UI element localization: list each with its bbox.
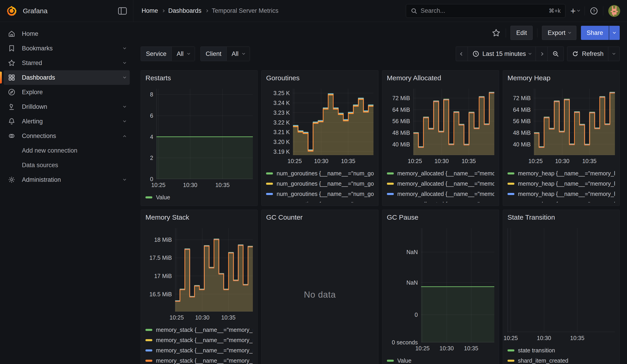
legend-item[interactable]: memory_allocated {__name__="memo — [387, 168, 494, 179]
refresh-button[interactable]: Refresh — [567, 47, 608, 61]
legend-label: memory_allocated {__name__="memo — [397, 201, 494, 203]
y-axis-labels: NaNNaN00 seconds — [387, 228, 421, 342]
chevron-down-icon[interactable] — [123, 46, 126, 49]
breadcrumb-home[interactable]: Home — [142, 7, 158, 14]
sidebar-item-drilldown[interactable]: Drilldown — [4, 100, 130, 114]
help-button[interactable]: ? — [590, 7, 598, 15]
legend-swatch — [387, 172, 394, 174]
export-button[interactable]: Export — [542, 26, 576, 40]
legend-item[interactable]: memory_heap {__name__="memory_h — [508, 199, 615, 203]
panel-title[interactable]: Goroutines — [266, 74, 373, 84]
panel-title[interactable]: Memory Heap — [508, 74, 615, 84]
legend-swatch — [146, 329, 152, 331]
panel-title[interactable]: Memory Stack — [146, 213, 253, 223]
chevron-down-icon[interactable] — [123, 119, 126, 122]
time-shift-forward-button[interactable] — [536, 47, 547, 61]
panel-memory-heap: Memory Heap72 MiB64 MiB56 MiB48 MiB40 Mi… — [503, 70, 620, 206]
legend-item[interactable]: memory_allocated {__name__="memo — [387, 189, 494, 199]
panel-title[interactable]: Restarts — [146, 74, 253, 84]
panel-title[interactable]: GC Counter — [266, 213, 373, 223]
chart-plot-area[interactable] — [421, 228, 494, 342]
chart-plot-area[interactable] — [293, 89, 373, 155]
chevron-down-icon[interactable] — [123, 75, 126, 78]
chevron-up-icon[interactable] — [123, 135, 126, 138]
sidebar-item-add-new-connection[interactable]: Add new connection — [4, 143, 130, 158]
sidebar-item-administration[interactable]: Administration — [4, 172, 130, 187]
sidebar-item-connections[interactable]: Connections — [4, 129, 130, 143]
edit-button[interactable]: Edit — [511, 26, 533, 40]
x-tick-label: 10:30 — [537, 335, 551, 341]
search-icon — [411, 7, 418, 14]
legend-item[interactable]: state transition — [508, 345, 615, 356]
share-button[interactable]: Share — [581, 26, 609, 40]
legend-item[interactable]: memory_stack {__name__="memory_s — [146, 325, 253, 335]
panel-restarts: Restarts8642010:2510:3010:35Value — [141, 70, 258, 206]
chart-plot-area[interactable] — [534, 89, 615, 155]
chart-plot-area[interactable] — [157, 89, 253, 179]
sidebar-item-starred[interactable]: Starred — [4, 56, 130, 70]
legend-item[interactable]: memory_heap {__name__="memory_h — [508, 168, 615, 179]
legend-label: num_goroutines {__name__="num_go — [277, 191, 373, 197]
legend-item[interactable]: Value — [387, 356, 494, 364]
chevron-down-icon[interactable] — [123, 178, 126, 181]
legend-item[interactable]: num_goroutines {__name__="num_go — [266, 199, 373, 203]
add-button[interactable]: + — [571, 6, 579, 15]
sidebar-item-explore[interactable]: Explore — [4, 85, 130, 100]
sidebar-item-bookmarks[interactable]: Bookmarks — [4, 41, 130, 56]
legend-label: Value — [397, 357, 412, 364]
legend-item[interactable]: shard_item_created — [508, 356, 615, 364]
share-dropdown-button[interactable] — [609, 26, 620, 40]
search-box[interactable]: ⌘+k — [406, 4, 566, 18]
legend-item[interactable]: memory_allocated {__name__="memo — [387, 199, 494, 203]
panel-title[interactable]: Memory Allocated — [387, 74, 494, 84]
panel-title[interactable]: State Transition — [508, 213, 615, 223]
chevron-down-icon[interactable] — [123, 61, 126, 64]
grafana-logo-icon[interactable] — [6, 6, 17, 16]
panel-memory-stack: Memory Stack18 MiB17.5 MiB17 MiB16.5 MiB… — [141, 209, 258, 364]
breadcrumb-current: Temporal Server Metrics — [212, 7, 279, 14]
svg-text:?: ? — [593, 9, 595, 13]
legend-swatch — [266, 193, 273, 195]
breadcrumb-dashboards[interactable]: Dashboards — [168, 7, 202, 14]
user-avatar[interactable] — [608, 5, 620, 17]
sidebar-item-dashboards[interactable]: Dashboards — [4, 70, 130, 85]
legend-item[interactable]: memory_stack {__name__="memory_s — [146, 335, 253, 345]
client-filter-value[interactable]: All — [227, 47, 250, 61]
chart-plot-area[interactable] — [175, 228, 253, 312]
y-tick-label: 3.21 K — [273, 129, 290, 135]
legend-item[interactable]: memory_allocated {__name__="memo — [387, 179, 494, 189]
legend-item[interactable]: num_goroutines {__name__="num_go — [266, 168, 373, 179]
time-range-picker[interactable]: Last 15 minutes — [468, 47, 536, 61]
x-tick-label: 10:25 — [288, 158, 302, 164]
sidebar-item-data-sources[interactable]: Data sources — [4, 158, 130, 172]
sidebar-item-alerting[interactable]: Alerting — [4, 114, 130, 129]
legend-item[interactable]: Value — [146, 192, 253, 203]
dock-sidebar-icon[interactable] — [118, 7, 127, 15]
legend-item[interactable]: memory_stack {__name__="memory_s — [146, 345, 253, 356]
legend-item[interactable]: num_goroutines {__name__="num_go — [266, 189, 373, 199]
legend-label: Value — [156, 194, 170, 201]
chart-plot-area[interactable] — [413, 89, 494, 155]
legend-item[interactable]: memory_heap {__name__="memory_h — [508, 189, 615, 199]
legend-item[interactable]: memory_heap {__name__="memory_h — [508, 179, 615, 189]
service-filter-value[interactable]: All — [172, 47, 195, 61]
chevron-down-icon — [187, 52, 190, 55]
legend-item[interactable]: num_goroutines {__name__="num_go — [266, 179, 373, 189]
refresh-interval-button[interactable] — [608, 47, 620, 61]
chart-plot-area[interactable] — [508, 228, 615, 332]
legend-item[interactable]: memory_stack {__name__="memory_s — [146, 356, 253, 364]
search-input[interactable] — [421, 7, 546, 14]
legend: memory_allocated {__name__="memomemory_a… — [387, 168, 494, 203]
panel-title[interactable]: GC Pause — [387, 213, 494, 223]
zoom-out-button[interactable] — [547, 47, 564, 61]
time-range-group: Last 15 minutes — [456, 47, 564, 61]
sidebar-item-home[interactable]: Home — [4, 26, 130, 41]
time-shift-back-button[interactable] — [456, 47, 468, 61]
favorite-star-button[interactable] — [491, 28, 501, 38]
legend-swatch — [387, 193, 394, 195]
legend-swatch — [146, 339, 152, 341]
y-tick-label: 3.25 K — [273, 90, 290, 97]
x-tick-label: 10:25 — [170, 314, 184, 321]
chevron-down-icon[interactable] — [123, 105, 126, 108]
y-axis-labels: 18 MiB17.5 MiB17 MiB16.5 MiB — [146, 228, 175, 312]
